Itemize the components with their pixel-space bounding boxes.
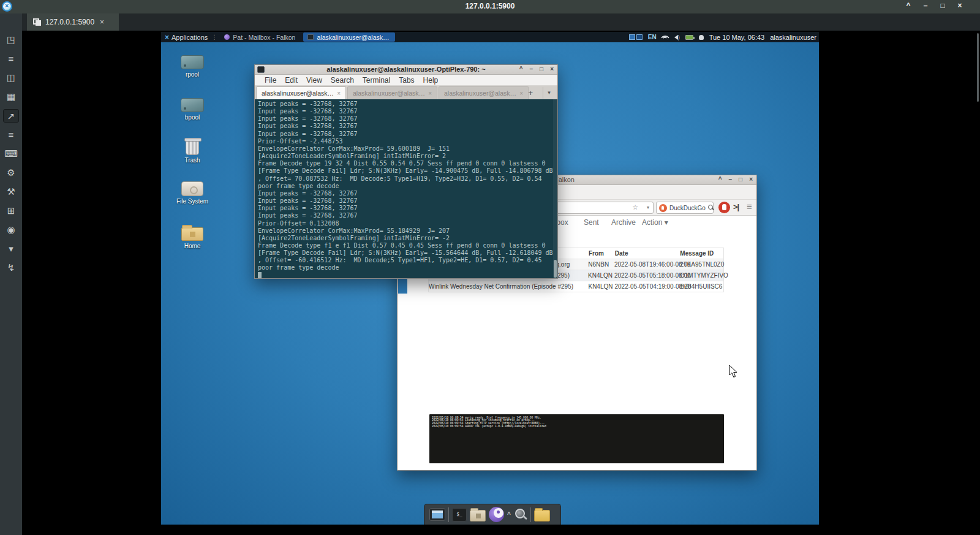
terminal-tab[interactable]: alaskalinuxuser@alaska...× <box>256 86 346 99</box>
terminal-tab-label: alaskalinuxuser@alaska... <box>353 89 425 97</box>
new-tab-icon[interactable]: ⊞ <box>3 204 19 218</box>
dock-separator <box>448 507 449 522</box>
volume-icon[interactable]: ) <box>674 34 680 40</box>
taskbar-button-label: alaskalinuxuser@alaska... <box>317 34 391 41</box>
desktop-icon-bpool[interactable]: bpool <box>173 98 211 121</box>
taskbar-button-label: Pat - Mailbox - Falkon <box>233 34 295 41</box>
terminal-window-controls: ^–□× <box>519 66 554 72</box>
applications-menu[interactable]: × Applications <box>161 32 211 42</box>
adblock-hand-icon[interactable] <box>718 202 730 213</box>
terminal-titlebar[interactable]: alaskalinuxuser@alaskalinuxuser-OptiPlex… <box>255 65 557 75</box>
grab-input-icon[interactable]: ≡ <box>3 128 19 142</box>
trash-icon <box>186 140 199 155</box>
disconnect-icon[interactable]: ↯ <box>3 261 19 275</box>
battery-icon[interactable] <box>685 35 693 40</box>
new-terminal-tab-button[interactable]: + <box>528 88 533 97</box>
close-button[interactable]: × <box>749 176 753 183</box>
terminal-tab[interactable]: alaskalinuxuser@alaska...× <box>439 86 529 99</box>
terminal-tab[interactable]: alaskalinuxuser@alaska...× <box>347 86 437 99</box>
notifications-bell-icon[interactable] <box>699 35 704 40</box>
menu-item-help[interactable]: Help <box>419 76 443 85</box>
date-cell: 2022-05-05T05:18:00-08:00 <box>612 272 676 279</box>
drive-icon <box>181 98 204 112</box>
dock-show-desktop-icon[interactable] <box>429 508 445 521</box>
connection-tab[interactable]: 127.0.0.1:5900 × <box>27 13 119 31</box>
dock-falkon-browser-icon[interactable] <box>489 507 504 522</box>
dock: $_^ <box>424 504 561 525</box>
close-button[interactable]: × <box>956 1 964 10</box>
viewer-scrollbar[interactable] <box>977 33 979 102</box>
dock-terminal-icon[interactable]: $_ <box>452 508 467 522</box>
menu-item-terminal[interactable]: Terminal <box>358 76 394 85</box>
maximize-button[interactable]: □ <box>540 66 543 72</box>
search-icon[interactable] <box>708 205 715 211</box>
viewer-sidebar: ◳≡◫▦↗≡⌨⚙⚒⊞◉▾↯ <box>0 13 22 535</box>
workspace-pager[interactable] <box>629 34 643 40</box>
keyboard-layout-indicator[interactable]: EN <box>648 34 657 40</box>
connection-tab-close-icon[interactable]: × <box>100 18 104 26</box>
mailbox-action-menu[interactable]: Action ▾ <box>642 218 668 227</box>
preferences-icon[interactable]: ⚙ <box>3 166 19 180</box>
desktop-icon-home[interactable]: Home <box>173 224 211 249</box>
desktop-icon-rpool[interactable]: rpool <box>173 55 211 78</box>
mailbox-tab-archive[interactable]: Archive <box>611 218 636 227</box>
keyboard-icon[interactable]: ⌨ <box>3 147 19 161</box>
terminal-tab-close-icon[interactable]: × <box>519 90 523 97</box>
panel-grip-icon: ⋮ <box>211 34 217 40</box>
terminal-tab-label: alaskalinuxuser@alaska... <box>444 89 516 97</box>
mailbox-tab-sent[interactable]: Sent <box>584 218 599 227</box>
terminal-menubar: FileEditViewSearchTerminalTabsHelp <box>255 75 557 86</box>
shade-button[interactable]: ^ <box>904 1 913 10</box>
menu-item-tabs[interactable]: Tabs <box>394 76 418 85</box>
panel-clock[interactable]: Tue 10 May, 06:43 <box>709 34 765 41</box>
screenshot-icon[interactable]: ◉ <box>3 223 19 237</box>
collapse-toolbar-icon[interactable]: ▾ <box>3 242 19 256</box>
terminal-screen[interactable]: Input peaks = -32768, 32767 Input peaks … <box>255 99 557 278</box>
pat-console-log: 2022/05/10 06:09:54 myrig ready. Dial fr… <box>432 416 578 428</box>
minimize-button[interactable]: – <box>530 66 533 72</box>
tools-icon[interactable]: ⚒ <box>3 185 19 199</box>
menu-icon[interactable]: ≡ <box>3 52 19 66</box>
terminal-scrollbar[interactable] <box>553 99 557 278</box>
panel-toggle-icon[interactable]: >| <box>733 202 739 211</box>
desktop-icon-trash[interactable]: Trash <box>173 140 211 164</box>
shade-button[interactable]: ^ <box>519 66 523 72</box>
maximize-button[interactable]: □ <box>938 1 947 10</box>
menu-item-edit[interactable]: Edit <box>281 76 302 85</box>
panel-username[interactable]: alaskalinuxuser <box>770 34 816 41</box>
dock-app-finder-icon[interactable] <box>514 508 527 522</box>
shade-button[interactable]: ^ <box>718 176 722 183</box>
wifi-icon[interactable] <box>662 34 669 40</box>
close-button[interactable]: × <box>550 66 554 72</box>
minimize-button[interactable]: – <box>729 176 733 183</box>
fullscreen-icon[interactable]: ◳ <box>3 33 19 47</box>
taskbar-button[interactable]: Pat - Mailbox - Falkon <box>220 32 300 42</box>
urlbar-dropdown-icon[interactable]: ▾ <box>647 205 649 210</box>
search-box[interactable]: DuckDuckGo <box>656 202 714 214</box>
dock-caret-up-icon[interactable]: ^ <box>507 511 511 518</box>
dock-files-icon[interactable] <box>534 510 550 522</box>
menu-item-view[interactable]: View <box>302 76 326 85</box>
terminal-tab-close-icon[interactable]: × <box>428 90 432 97</box>
minimize-button[interactable]: – <box>921 1 930 10</box>
maximize-button[interactable]: □ <box>739 176 742 183</box>
connection-tab-label: 127.0.0.1:5900 <box>45 18 94 26</box>
xfce-panel: × Applications ⋮ Pat - Mailbox - Falkona… <box>161 32 819 42</box>
bookmark-star-icon[interactable]: ☆ <box>632 203 638 211</box>
desktop-icon-file-system[interactable]: File System <box>173 181 211 205</box>
table-row[interactable]: Winlink Wednesday Net Confirmation (Epis… <box>429 281 723 292</box>
scaled-mode-icon[interactable]: ▦ <box>3 90 19 104</box>
scale-window-icon[interactable]: ↗ <box>3 109 19 123</box>
multi-monitor-icon[interactable]: ◫ <box>3 71 19 85</box>
terminal-tab-close-icon[interactable]: × <box>337 90 341 97</box>
browser-menu-icon[interactable]: ≡ <box>747 201 752 211</box>
viewer-window-controls: ^–□× <box>904 1 964 10</box>
dock-separator <box>530 507 531 522</box>
taskbar: Pat - Mailbox - Falkonalaskalinuxuser@al… <box>220 32 399 42</box>
taskbar-button[interactable]: alaskalinuxuser@alaska... <box>303 32 395 42</box>
dock-file-manager-icon[interactable] <box>470 510 486 522</box>
menu-item-file[interactable]: File <box>260 76 281 85</box>
message-id-cell: 2TKA95TNL0Z0 <box>676 261 723 268</box>
menu-item-search[interactable]: Search <box>326 76 358 85</box>
terminal-tab-menu-icon[interactable]: ▾ <box>543 87 555 99</box>
